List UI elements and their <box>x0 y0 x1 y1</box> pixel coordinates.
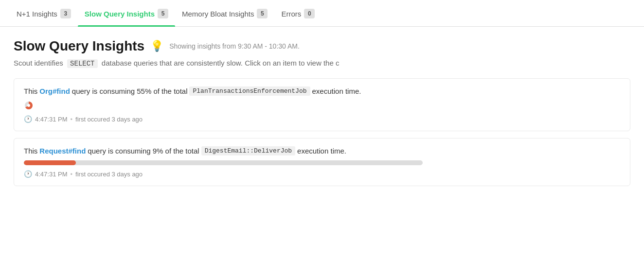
insight-middle-1: query is consuming 55% of the total <box>72 87 188 95</box>
showing-text: Showing insights from 9:30 AM - 10:30 AM… <box>169 42 300 50</box>
insight-text-1: This Org#find query is consuming 55% of … <box>24 86 620 96</box>
insight-suffix-1: execution time. <box>312 87 361 95</box>
tab-errors-label: Errors <box>281 10 301 18</box>
description-text: Scout identifies SELECT database queries… <box>14 59 630 68</box>
insight-suffix-2: execution time. <box>297 147 346 155</box>
svg-point-1 <box>27 104 30 107</box>
dot-2: • <box>71 171 73 178</box>
insight-middle-2: query is consuming 9% of the total <box>88 147 199 155</box>
description-prefix: Scout identifies <box>14 59 63 67</box>
insight-link-2[interactable]: Request#find <box>39 147 86 155</box>
pie-chart-icon-1 <box>24 101 34 110</box>
insight-text-2: This Request#find query is consuming 9% … <box>24 146 620 155</box>
insight-meta-1: 🕐 4:47:31 PM • first occured 3 days ago <box>24 115 620 123</box>
insight-time-1: 4:47:31 PM <box>35 116 68 123</box>
tab-slow-query-badge: 5 <box>158 9 168 18</box>
main-content: Slow Query Insights 💡 Showing insights f… <box>0 27 644 203</box>
insight-time-label-2: first occured 3 days ago <box>75 171 143 178</box>
insight-card-1[interactable]: This Org#find query is consuming 55% of … <box>14 78 630 131</box>
tab-n1-badge: 3 <box>60 9 71 18</box>
tab-n1-label: N+1 Insights <box>17 10 57 18</box>
insight-code-1: PlanTransactionsEnforcementJob <box>189 86 310 96</box>
lightbulb-icon: 💡 <box>150 40 163 52</box>
clock-icon-1: 🕐 <box>24 115 32 123</box>
insight-link-1[interactable]: Org#find <box>39 87 70 95</box>
tab-errors-badge: 0 <box>304 9 315 18</box>
insight-card-2[interactable]: This Request#find query is consuming 9% … <box>14 138 630 186</box>
insight-meta-2: 🕐 4:47:31 PM • first occured 3 days ago <box>24 170 620 178</box>
insight-prefix-1: This <box>24 87 37 95</box>
insight-code-2: DigestEmail::DeliverJob <box>201 146 295 155</box>
tab-slow-query-label: Slow Query Insights <box>85 10 155 18</box>
tabs-bar: N+1 Insights 3 Slow Query Insights 5 Mem… <box>0 0 644 27</box>
tab-slow-query[interactable]: Slow Query Insights 5 <box>78 0 175 26</box>
insight-prefix-2: This <box>24 147 37 155</box>
clock-icon-2: 🕐 <box>24 170 32 178</box>
tab-n1[interactable]: N+1 Insights 3 <box>10 0 78 26</box>
insight-time-label-1: first occured 3 days ago <box>75 116 143 123</box>
tab-errors[interactable]: Errors 0 <box>274 0 322 26</box>
description-keyword: SELECT <box>67 59 97 68</box>
tab-memory-bloat[interactable]: Memory Bloat Insights 5 <box>175 0 274 26</box>
bar-indicator-2 <box>24 160 423 165</box>
insight-time-2: 4:47:31 PM <box>35 171 68 178</box>
page-title: Slow Query Insights <box>14 38 144 54</box>
description-suffix: database queries that are consistently s… <box>102 59 340 67</box>
dot-1: • <box>71 116 73 123</box>
progress-container-1 <box>24 101 620 110</box>
tab-memory-bloat-badge: 5 <box>257 9 268 18</box>
bar-fill-2 <box>24 160 76 165</box>
page-header: Slow Query Insights 💡 Showing insights f… <box>14 38 630 54</box>
tab-memory-bloat-label: Memory Bloat Insights <box>182 10 254 18</box>
